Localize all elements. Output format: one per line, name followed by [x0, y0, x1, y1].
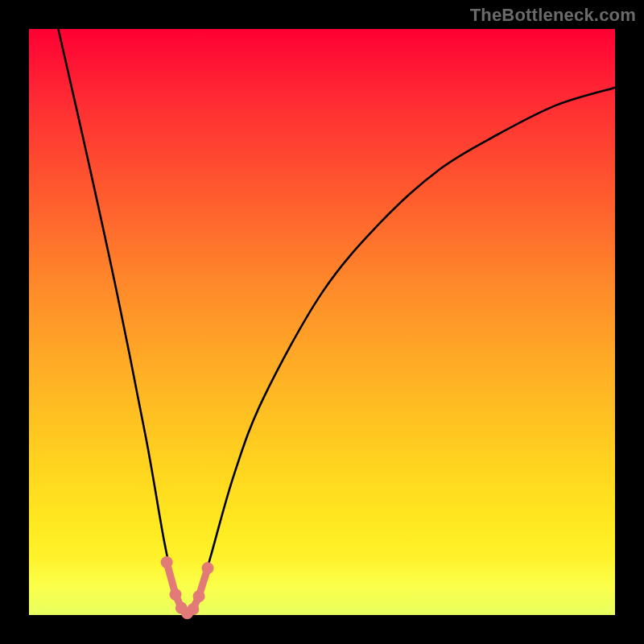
bottleneck-curve [58, 29, 615, 615]
optimal-marker [202, 562, 214, 574]
optimal-markers [161, 556, 214, 619]
optimal-marker [187, 603, 199, 615]
optimal-marker [193, 590, 205, 602]
optimal-marker [161, 556, 173, 568]
watermark-text: TheBottleneck.com [470, 5, 636, 26]
optimal-marker [170, 588, 182, 601]
marker-connector [167, 563, 208, 613]
plot-area [29, 29, 615, 615]
curve-layer [29, 29, 615, 615]
chart-frame: TheBottleneck.com [0, 0, 644, 644]
